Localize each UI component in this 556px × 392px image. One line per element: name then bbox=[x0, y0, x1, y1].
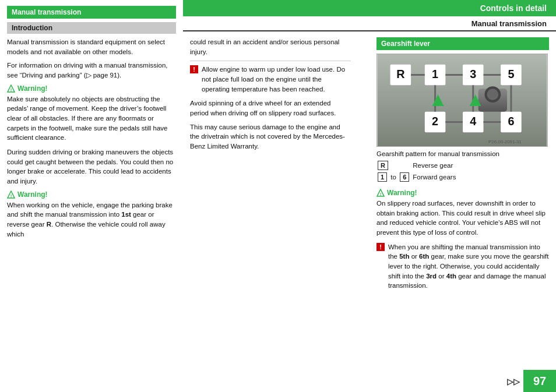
right-column: Gearshift lever R bbox=[370, 31, 556, 392]
gearshift-header: Gearshift lever bbox=[376, 37, 549, 50]
svg-text:R: R bbox=[396, 68, 404, 80]
gearshift-pattern-caption: Gearshift pattern for manual transmissio… bbox=[376, 150, 549, 157]
svg-text:6: 6 bbox=[508, 115, 514, 128]
right-danger-icon: ! bbox=[376, 243, 385, 251]
right-warning-block: ! Warning! On slippery road surfaces, ne… bbox=[376, 189, 549, 238]
warning-text-1: Make sure absolutely no objects are obst… bbox=[7, 94, 176, 143]
mid-para1: Avoid spinning of a drive wheel for an e… bbox=[190, 98, 351, 118]
warning-text-2: When working on the vehicle, engage the … bbox=[7, 200, 176, 239]
subheader-subtitle: Manual transmission bbox=[471, 19, 547, 28]
svg-text:!: ! bbox=[10, 87, 12, 92]
warning-icon-2: ! bbox=[7, 190, 15, 199]
danger-text-1: Allow engine to warm up under low load u… bbox=[202, 65, 351, 94]
left-section-header: Manual transmission bbox=[7, 6, 176, 19]
svg-text:P26.00-2091-31: P26.00-2091-31 bbox=[488, 139, 522, 144]
svg-text:!: ! bbox=[380, 192, 382, 197]
warning-icon-1: ! bbox=[7, 84, 15, 93]
warning-block-1: ! Warning! Make sure absolutely no objec… bbox=[7, 84, 176, 143]
gear-range: 1 to 6 bbox=[378, 172, 411, 183]
header-title: Controls in detail bbox=[480, 3, 547, 13]
left-para1: Manual transmission is standard equipmen… bbox=[7, 37, 176, 56]
svg-point-29 bbox=[487, 89, 498, 100]
warning-title-1: ! Warning! bbox=[7, 84, 176, 93]
table-row: R Reverse gear bbox=[378, 161, 458, 171]
warning-title-2: ! Warning! bbox=[7, 190, 176, 199]
svg-text:!: ! bbox=[10, 193, 12, 198]
right-warning-text: On slippery road surfaces, never downshi… bbox=[376, 199, 549, 238]
gear-16-label: Forward gears bbox=[413, 172, 458, 183]
intro-header: Introduction bbox=[7, 22, 176, 34]
gear-r-box: R bbox=[378, 161, 411, 171]
svg-text:4: 4 bbox=[470, 115, 476, 128]
gear-r-label: Reverse gear bbox=[413, 161, 458, 171]
svg-text:3: 3 bbox=[470, 68, 476, 80]
danger-icon-1: ! bbox=[190, 65, 198, 73]
svg-text:1: 1 bbox=[432, 68, 438, 80]
svg-text:2: 2 bbox=[432, 115, 438, 128]
mid-para2: This may cause serious damage to the eng… bbox=[190, 122, 351, 151]
mid-divider bbox=[190, 61, 351, 61]
header-bar: Controls in detail bbox=[183, 0, 556, 16]
danger-block-1: ! Allow engine to warm up under low load… bbox=[190, 65, 351, 94]
forward-arrow: ▷▷ bbox=[507, 377, 520, 386]
svg-text:5: 5 bbox=[508, 68, 514, 80]
warning-block-2: ! Warning! When working on the vehicle, … bbox=[7, 190, 176, 239]
left-para2: For information on driving with a manual… bbox=[7, 61, 176, 80]
subheader-bar: Manual transmission bbox=[183, 16, 556, 31]
gearshift-image: R 1 3 5 2 4 6 bbox=[376, 54, 548, 147]
gear-table: R Reverse gear 1 to 6 Forward gears bbox=[376, 160, 459, 184]
mid-para-danger1: could result in an accident and/or serio… bbox=[190, 37, 351, 56]
table-row: 1 to 6 Forward gears bbox=[378, 172, 458, 183]
left-para-warning2: During sudden driving or braking maneuve… bbox=[7, 147, 176, 186]
left-column: Manual transmission Introduction Manual … bbox=[0, 0, 183, 392]
mid-column: could result in an accident and/or serio… bbox=[183, 31, 358, 392]
right-warning-title: ! Warning! bbox=[376, 189, 549, 197]
right-danger-block: ! When you are shifting the manual tran­… bbox=[376, 242, 549, 291]
right-warning-icon: ! bbox=[376, 189, 385, 197]
right-danger-text: When you are shifting the manual tran­sm… bbox=[388, 242, 549, 291]
page-number: 97 bbox=[523, 370, 556, 392]
